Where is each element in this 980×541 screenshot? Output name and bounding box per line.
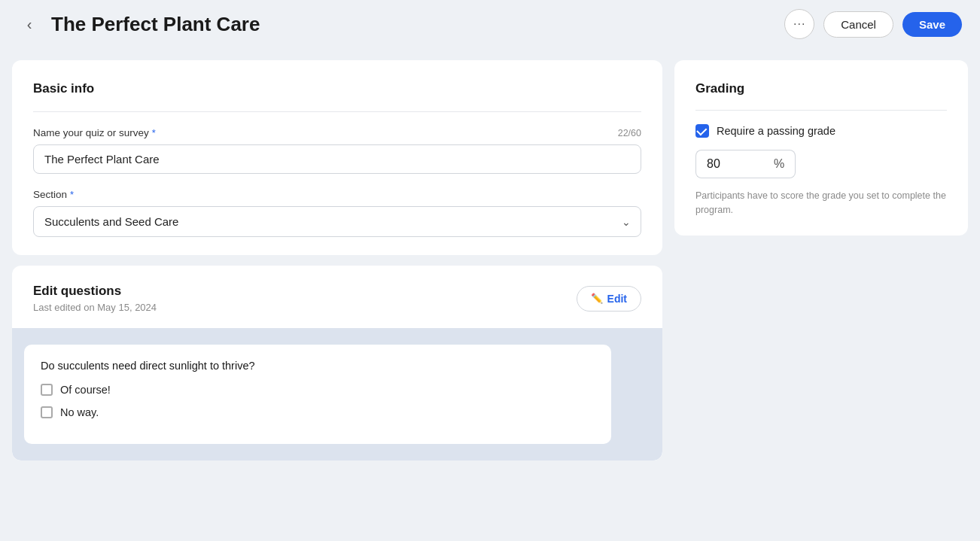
choice-checkbox-2[interactable] bbox=[41, 406, 53, 418]
grade-input[interactable] bbox=[695, 150, 763, 178]
question-card: Do succulents need direct sunlight to th… bbox=[24, 345, 611, 444]
section-select-wrapper: Succulents and Seed Care ⌄ bbox=[33, 206, 641, 237]
save-button[interactable]: Save bbox=[902, 12, 962, 37]
section-required-star: * bbox=[70, 189, 74, 200]
header-right: ··· Cancel Save bbox=[784, 9, 962, 39]
section-select[interactable]: Succulents and Seed Care bbox=[33, 206, 641, 237]
header: ‹ The Perfect Plant Care ··· Cancel Save bbox=[0, 0, 980, 48]
edit-questions-top: Edit questions Last edited on May 15, 20… bbox=[12, 266, 662, 328]
pencil-icon: ✏️ bbox=[591, 293, 603, 304]
name-field: Name your quiz or survey * 22/60 bbox=[33, 127, 641, 174]
grade-input-row: % bbox=[695, 150, 947, 178]
require-passing-label: Require a passing grade bbox=[717, 125, 835, 137]
edit-questions-subtitle: Last edited on May 15, 2024 bbox=[33, 302, 157, 313]
grading-title: Grading bbox=[695, 81, 947, 96]
require-passing-checkbox[interactable] bbox=[695, 124, 709, 138]
name-label-row: Name your quiz or survey * 22/60 bbox=[33, 127, 641, 138]
grade-hint: Participants have to score the grade you… bbox=[695, 189, 947, 217]
choice-label-1: Of course! bbox=[60, 384, 111, 396]
section-field: Section * Succulents and Seed Care ⌄ bbox=[33, 189, 641, 237]
edit-button-label: Edit bbox=[607, 293, 627, 305]
grading-card: Grading Require a passing grade % Partic… bbox=[674, 60, 968, 236]
question-preview-area: Do succulents need direct sunlight to th… bbox=[12, 328, 662, 460]
name-required-star: * bbox=[152, 127, 156, 138]
basic-info-title: Basic info bbox=[33, 81, 641, 96]
question-text: Do succulents need direct sunlight to th… bbox=[41, 360, 595, 372]
section-label-group: Section * bbox=[33, 189, 641, 200]
right-column: Grading Require a passing grade % Partic… bbox=[674, 60, 968, 460]
more-button[interactable]: ··· bbox=[784, 9, 814, 39]
name-char-count: 22/60 bbox=[618, 128, 641, 138]
quiz-name-input[interactable] bbox=[33, 144, 641, 174]
header-left: ‹ The Perfect Plant Care bbox=[18, 13, 260, 36]
choice-item-2: No way. bbox=[41, 406, 595, 418]
grade-suffix: % bbox=[763, 150, 796, 178]
edit-questions-button[interactable]: ✏️ Edit bbox=[577, 286, 641, 312]
section-label: Section bbox=[33, 189, 67, 200]
main-layout: Basic info Name your quiz or survey * 22… bbox=[0, 48, 980, 460]
page-title: The Perfect Plant Care bbox=[51, 13, 260, 36]
edit-questions-header: Edit questions Last edited on May 15, 20… bbox=[33, 284, 641, 313]
choice-checkbox-1[interactable] bbox=[41, 384, 53, 396]
choice-item-1: Of course! bbox=[41, 384, 595, 396]
edit-questions-header-left: Edit questions Last edited on May 15, 20… bbox=[33, 284, 157, 313]
grading-divider bbox=[695, 110, 947, 111]
cancel-button[interactable]: Cancel bbox=[823, 11, 893, 38]
choice-label-2: No way. bbox=[60, 406, 99, 418]
name-label: Name your quiz or survey bbox=[33, 127, 149, 138]
back-button[interactable]: ‹ bbox=[18, 13, 41, 35]
basic-info-card: Basic info Name your quiz or survey * 22… bbox=[12, 60, 662, 255]
name-label-group: Name your quiz or survey * bbox=[33, 127, 156, 138]
require-passing-row: Require a passing grade bbox=[695, 124, 947, 138]
edit-questions-card: Edit questions Last edited on May 15, 20… bbox=[12, 266, 662, 460]
edit-questions-title: Edit questions bbox=[33, 284, 157, 299]
left-column: Basic info Name your quiz or survey * 22… bbox=[12, 60, 662, 460]
